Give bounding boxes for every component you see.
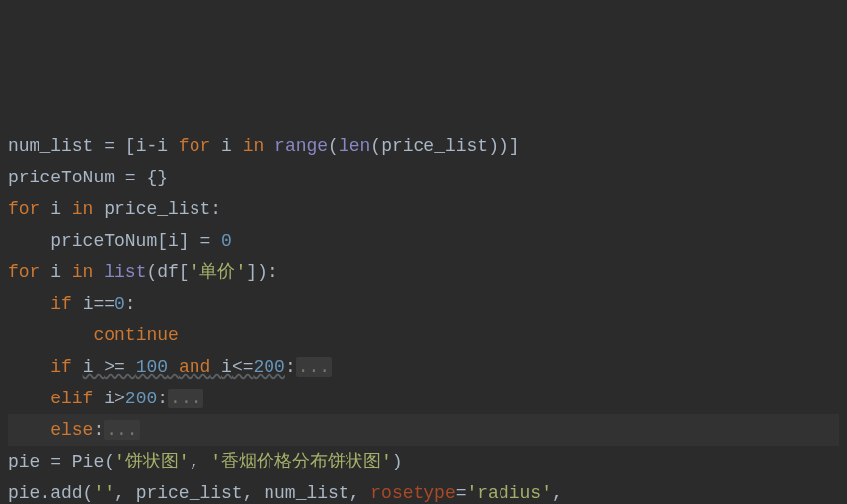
- code-token: range: [274, 136, 328, 156]
- code-line: if i >= 100 and i<=200:...: [8, 351, 839, 383]
- code-token: i: [39, 199, 71, 219]
- code-token: (df[: [146, 262, 189, 282]
- code-token: :: [125, 294, 136, 314]
- code-token: [168, 357, 179, 377]
- code-token: >=: [104, 357, 135, 377]
- code-token: for: [179, 136, 210, 156]
- code-token: :: [210, 199, 221, 219]
- code-token: :: [157, 389, 168, 408]
- code-token: '饼状图': [115, 452, 190, 471]
- code-token: 200: [254, 357, 285, 377]
- code-token: for: [8, 262, 39, 282]
- code-token: i: [39, 262, 71, 282]
- code-token: >: [115, 389, 125, 408]
- code-token: list: [104, 262, 146, 282]
- code-line: pie.add('', price_list, num_list, rosety…: [8, 477, 839, 504]
- code-token: [8, 325, 93, 345]
- code-token: '单价': [190, 262, 247, 282]
- code-token: i: [221, 357, 232, 377]
- code-token: len: [339, 136, 370, 156]
- code-line: priceToNum = {}: [8, 162, 839, 193]
- code-token: ): [392, 452, 403, 471]
- code-token: priceToNum: [8, 168, 125, 187]
- code-token: :: [93, 420, 104, 440]
- code-token: priceToNum[i]: [8, 231, 199, 251]
- code-token: i: [72, 294, 94, 314]
- code-token: [93, 262, 104, 282]
- code-line: for i in list(df['单价']):: [8, 256, 839, 288]
- code-token: = {}: [125, 168, 168, 187]
- code-token: [8, 357, 50, 377]
- code-token: else: [50, 420, 93, 440]
- code-token: price_list: [93, 199, 210, 219]
- code-token: [8, 389, 50, 408]
- code-token: :: [268, 262, 278, 282]
- code-token: :: [285, 357, 296, 377]
- code-token: [8, 420, 50, 440]
- code-token: rosetype: [370, 483, 455, 503]
- code-token: 'radius': [467, 483, 552, 503]
- code-token: i: [157, 136, 179, 156]
- code-line: for i in price_list:: [8, 193, 839, 225]
- code-line-active: else:...: [8, 414, 839, 446]
- code-token: in: [243, 136, 265, 156]
- code-token: (price_list))]: [370, 136, 519, 156]
- code-token: elif: [50, 389, 93, 408]
- fold-indicator[interactable]: ...: [296, 357, 332, 377]
- code-token: = Pie(: [50, 452, 115, 471]
- code-token: '香烟价格分布饼状图': [210, 452, 392, 471]
- code-token: pie.add(: [8, 483, 93, 503]
- code-line: if i==0:: [8, 288, 839, 320]
- code-token: [264, 136, 274, 156]
- code-token: =: [456, 483, 467, 503]
- code-token: ]): [246, 262, 268, 282]
- code-token: if: [50, 294, 72, 314]
- code-token: , price_list, num_list,: [115, 483, 370, 503]
- code-token: ,: [552, 483, 563, 503]
- code-token: 200: [125, 389, 157, 408]
- code-token: 0: [221, 231, 232, 251]
- code-token: continue: [93, 325, 178, 345]
- code-line: num_list = [i-i for i in range(len(price…: [8, 130, 839, 162]
- code-token: pie: [8, 452, 50, 471]
- code-token: [72, 357, 83, 377]
- fold-indicator[interactable]: ...: [168, 389, 203, 408]
- code-line: pie = Pie('饼状图', '香烟价格分布饼状图'): [8, 446, 839, 477]
- code-token: i: [93, 389, 115, 408]
- fold-indicator[interactable]: ...: [104, 420, 139, 440]
- code-token: and: [179, 357, 210, 377]
- code-token: (: [328, 136, 339, 156]
- code-token: ==: [93, 294, 115, 314]
- code-token: =: [199, 231, 221, 251]
- code-token: i: [136, 136, 147, 156]
- code-editor[interactable]: num_list = [i-i for i in range(len(price…: [8, 130, 839, 504]
- code-token: i: [210, 136, 242, 156]
- code-token: in: [72, 199, 94, 219]
- code-token: -: [146, 136, 157, 156]
- code-line: continue: [8, 320, 839, 351]
- code-token: 100: [136, 357, 168, 377]
- code-token: in: [72, 262, 94, 282]
- code-line: elif i>200:...: [8, 383, 839, 414]
- code-token: ,: [190, 452, 211, 471]
- code-token: i: [83, 357, 105, 377]
- code-token: 0: [115, 294, 125, 314]
- code-token: for: [8, 199, 39, 219]
- code-line: priceToNum[i] = 0: [8, 225, 839, 256]
- code-token: [210, 357, 221, 377]
- code-token: '': [93, 483, 115, 503]
- code-token: <=: [232, 357, 254, 377]
- code-token: if: [50, 357, 72, 377]
- code-token: [8, 294, 50, 314]
- code-token: num_list: [8, 136, 104, 156]
- code-token: = [: [104, 136, 135, 156]
